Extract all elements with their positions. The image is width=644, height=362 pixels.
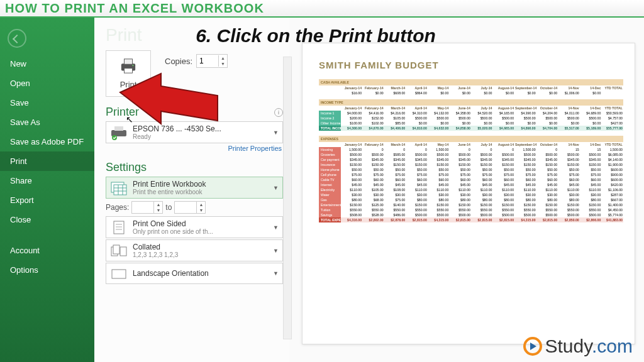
sidebar-item-open[interactable]: Open [0, 74, 94, 93]
chevron-down-icon: ▼ [273, 129, 279, 136]
study-watermark: Study.com [523, 336, 633, 357]
print-button[interactable]: Print [106, 50, 151, 97]
document-title: SMITH FAMILY BUDGET [319, 60, 623, 70]
page-icon [110, 220, 128, 235]
settings-heading: Settings [106, 161, 147, 174]
svg-rect-13 [114, 221, 124, 234]
sidebar-item-export[interactable]: Export [0, 190, 94, 210]
collate-icon [110, 243, 128, 258]
copies-label: Copies: [165, 57, 192, 66]
orientation-dropdown[interactable]: Landscape Orientation ▼ [106, 263, 283, 284]
sidebar-item-save-as[interactable]: Save As [0, 112, 94, 132]
cursor-icon: ↖ [126, 114, 133, 124]
chevron-down-icon: ▼ [273, 248, 279, 254]
sidebar-item-print[interactable]: Print [0, 151, 94, 171]
printer-dropdown[interactable]: EPSON 736 ... -4530 Se... Ready ▼ [106, 121, 283, 143]
print-button-label: Print [120, 80, 137, 89]
pages-to-spinner[interactable]: ▲▼ [174, 201, 206, 214]
tutorial-step-caption: 6. Click on the Print button [0, 25, 631, 47]
tutorial-banner: HOW TO PRINT AN EXCEL WORKBOOK [0, 0, 644, 18]
svg-rect-20 [112, 270, 126, 278]
print-scope-dropdown[interactable]: Print Entire WorkbookPrint the entire wo… [106, 177, 283, 199]
landscape-icon [110, 266, 128, 281]
sidebar-item-close[interactable]: Close [0, 210, 94, 229]
svg-point-6 [112, 135, 117, 140]
pages-to-input[interactable] [175, 202, 196, 213]
printer-heading: Printer [106, 106, 139, 119]
print-preview: SMITH FAMILY BUDGET CASH AVAILABLE Janua… [302, 43, 635, 344]
svg-point-3 [132, 65, 133, 66]
sidebar-item-save[interactable]: Save [0, 93, 94, 112]
pages-label: Pages: [106, 203, 129, 212]
svg-rect-8 [114, 185, 126, 195]
sidebar-item-new[interactable]: New [0, 54, 94, 74]
copies-spinner[interactable]: ▲▼ [196, 54, 228, 68]
chevron-down-icon: ▼ [273, 224, 279, 231]
print-settings-pane: Print Print Copies: ▲▼ Printer i [94, 18, 289, 362]
printer-device-icon [110, 125, 128, 140]
pages-from-spinner[interactable]: ▲▼ [131, 201, 163, 214]
spin-down-icon[interactable]: ▼ [218, 61, 227, 67]
pages-from-input[interactable] [132, 202, 153, 213]
spin-up-icon[interactable]: ▲ [218, 55, 227, 61]
settings-scrollbar[interactable] [283, 57, 292, 339]
budget-table: CASH AVAILABLE January-14February-14Marc… [319, 79, 623, 222]
workbook-icon [110, 180, 128, 195]
pages-to-label: to [165, 203, 172, 212]
study-logo-icon [523, 337, 542, 356]
svg-rect-1 [125, 59, 133, 64]
printer-properties-link[interactable]: Printer Properties [106, 145, 282, 152]
chevron-down-icon: ▼ [273, 270, 279, 277]
svg-rect-18 [120, 247, 126, 256]
printer-status: Ready [133, 133, 268, 140]
sidebar-item-share[interactable]: Share [0, 171, 94, 190]
collate-dropdown[interactable]: Collated1,2,3 1,2,3 1,2,3 ▼ [106, 239, 283, 261]
svg-rect-5 [114, 126, 123, 131]
svg-rect-2 [125, 69, 133, 73]
svg-rect-19 [113, 245, 119, 254]
chevron-down-icon: ▼ [273, 185, 279, 191]
sidebar-item-account[interactable]: Account [0, 241, 94, 260]
file-menu-sidebar: NewOpenSaveSave AsSave as Adobe PDFPrint… [0, 18, 94, 362]
sides-dropdown[interactable]: Print One SidedOnly print on one side of… [106, 216, 283, 238]
copies-input[interactable] [197, 55, 218, 67]
sidebar-item-options[interactable]: Options [0, 260, 94, 280]
sidebar-item-save-as-adobe-pdf[interactable]: Save as Adobe PDF [0, 132, 94, 151]
printer-name: EPSON 736 ... -4530 Se... [133, 124, 268, 133]
printer-icon [119, 58, 138, 76]
info-icon[interactable]: i [274, 108, 283, 117]
